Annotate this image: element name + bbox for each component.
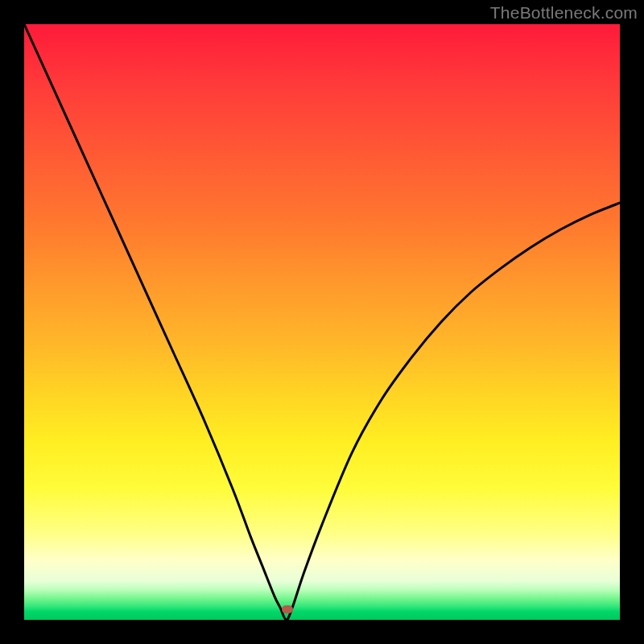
watermark-text: TheBottleneck.com: [490, 3, 638, 23]
plot-area: [24, 24, 620, 620]
outer-black-frame: TheBottleneck.com: [0, 0, 644, 644]
bottleneck-curve: [24, 24, 620, 620]
optimal-point-marker: [282, 605, 293, 613]
